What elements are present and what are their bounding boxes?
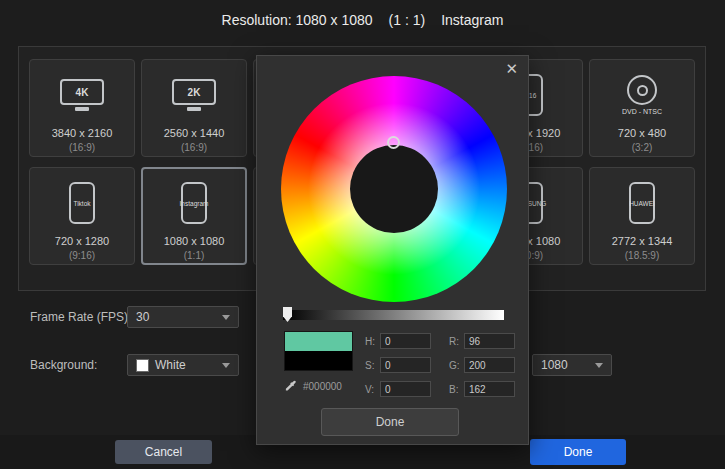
red-input[interactable] [464, 333, 515, 349]
blue-field-row: B: [449, 381, 515, 397]
cancel-button[interactable]: Cancel [115, 440, 212, 464]
saturation-field-row: S: [365, 357, 431, 373]
phone-icon: Tiktok [69, 182, 95, 224]
red-field-row: R: [449, 333, 515, 349]
monitor-icon: 4K [60, 79, 104, 105]
hex-row: #000000 [284, 380, 342, 393]
monitor-stand-icon [75, 107, 89, 111]
chevron-down-icon [222, 363, 230, 368]
card-size: 3840 x 2160 [52, 127, 113, 139]
phone-icon-area: Instagram [181, 177, 207, 229]
red-label: R: [449, 336, 464, 347]
blue-input[interactable] [464, 381, 515, 397]
green-field-row: G: [449, 357, 515, 373]
resolution-dialog: Resolution: 1080 x 1080 (1 : 1) Instagra… [0, 0, 725, 469]
frame-rate-value: 30 [136, 310, 149, 324]
background-color-swatch [136, 359, 149, 372]
hue-input[interactable] [380, 333, 431, 349]
color-wheel-cursor[interactable] [387, 136, 400, 149]
phone-icon-area: Tiktok [69, 177, 95, 229]
monitor-stand-icon [187, 107, 201, 111]
color-picker-dialog: ✕ #000000 H: S: V: R: [256, 55, 529, 445]
value-field-row: V: [365, 381, 431, 397]
card-ratio: (3:2) [632, 142, 653, 153]
color-wheel[interactable] [281, 76, 507, 302]
card-ratio: (16:9) [69, 142, 95, 153]
dialog-header: Resolution: 1080 x 1080 (1 : 1) Instagra… [0, 0, 725, 40]
card-ratio: (18.5:9) [625, 250, 659, 261]
chevron-down-icon [595, 363, 603, 368]
hue-field-row: H: [365, 333, 431, 349]
done-button[interactable]: Done [530, 439, 626, 465]
resolution-platform: Instagram [441, 12, 503, 28]
value-slider[interactable] [283, 310, 504, 320]
background-value: White [155, 358, 186, 372]
saturation-label: S: [365, 360, 380, 371]
card-size: 2772 x 1344 [612, 235, 673, 247]
resolution-ratio: (1 : 1) [389, 12, 426, 28]
phone-icon-area: HUAWEI [629, 177, 655, 229]
saturation-input[interactable] [380, 357, 431, 373]
icon-badge: Instagram [180, 200, 209, 207]
card-size: 2560 x 1440 [164, 127, 225, 139]
monitor-icon-area: 4K [60, 69, 104, 121]
preset-card-huawei[interactable]: HUAWEI 2772 x 1344 (18.5:9) [589, 167, 695, 265]
disc-label: DVD - NTSC [622, 108, 662, 115]
phone-icon: Instagram [181, 182, 207, 224]
blue-label: B: [449, 384, 464, 395]
icon-badge: 4K [76, 87, 89, 98]
close-icon[interactable]: ✕ [505, 61, 518, 76]
value-label: V: [365, 384, 380, 395]
size-dropdown[interactable]: 1080 [532, 354, 612, 376]
preset-card-2k[interactable]: 2K 2560 x 1440 (16:9) [141, 59, 247, 157]
phone-icon: HUAWEI [629, 182, 655, 224]
value-input[interactable] [380, 381, 431, 397]
card-ratio: (16:9) [181, 142, 207, 153]
frame-rate-label: Frame Rate (FPS): [30, 310, 131, 324]
green-input[interactable] [464, 357, 515, 373]
color-preview [284, 331, 353, 371]
color-preview-current [285, 351, 352, 370]
monitor-icon: 2K [172, 79, 216, 105]
disc-icon [627, 75, 657, 105]
background-label: Background: [30, 358, 97, 372]
value-slider-handle[interactable] [283, 307, 292, 322]
preset-card-dvd-ntsc[interactable]: DVD - NTSC 720 x 480 (3:2) [589, 59, 695, 157]
card-ratio: (9:16) [69, 250, 95, 261]
size-dropdown-value: 1080 [541, 358, 568, 372]
preset-card-instagram-selected[interactable]: Instagram 1080 x 1080 (1:1) [141, 167, 247, 265]
color-wheel-center [350, 145, 438, 233]
card-size: 720 x 1280 [55, 235, 109, 247]
monitor-icon-area: 2K [172, 69, 216, 121]
hue-label: H: [365, 336, 380, 347]
color-preview-new [285, 332, 352, 351]
picker-done-button[interactable]: Done [321, 408, 459, 436]
hex-value: #000000 [303, 381, 342, 392]
card-size: 720 x 480 [618, 127, 666, 139]
icon-badge: HUAWEI [629, 200, 655, 207]
green-label: G: [449, 360, 464, 371]
card-size: 1080 x 1080 [164, 235, 225, 247]
background-dropdown[interactable]: White [127, 354, 239, 376]
preset-card-4k[interactable]: 4K 3840 x 2160 (16:9) [29, 59, 135, 157]
chevron-down-icon [222, 315, 230, 320]
card-ratio: (1:1) [184, 250, 205, 261]
icon-badge: 2K [188, 87, 201, 98]
disc-icon-area: DVD - NTSC [622, 69, 662, 121]
preset-card-tiktok[interactable]: Tiktok 720 x 1280 (9:16) [29, 167, 135, 265]
eyedropper-icon[interactable] [284, 380, 297, 393]
icon-badge: Tiktok [73, 200, 90, 207]
frame-rate-dropdown[interactable]: 30 [127, 306, 239, 328]
resolution-title: Resolution: 1080 x 1080 [222, 12, 373, 28]
